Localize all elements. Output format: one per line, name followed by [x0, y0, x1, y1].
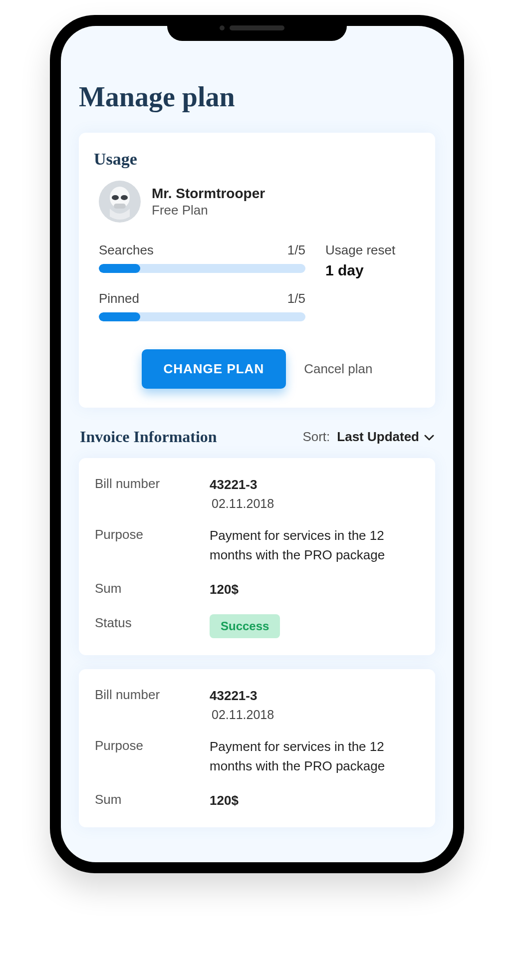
sort-dropdown[interactable]: Last Updated: [337, 429, 434, 445]
cancel-plan-button[interactable]: Cancel plan: [304, 361, 372, 377]
user-row: Mr. Stormtrooper Free Plan: [94, 181, 420, 223]
progress-bar: [99, 264, 305, 273]
speaker-grill: [230, 25, 284, 30]
invoice-bill-number-label: Bill number: [95, 686, 195, 703]
invoice-bill-number-label: Bill number: [95, 475, 195, 491]
progress-fill: [99, 264, 140, 273]
phone-notch: [167, 15, 347, 41]
phone-frame: Manage plan Usage: [50, 15, 464, 873]
invoice-date: 02.11.2018: [210, 496, 274, 511]
invoice-sum: 120$: [210, 791, 239, 810]
progress-fill: [99, 312, 140, 321]
usage-actions: CHANGE PLAN Cancel plan: [94, 349, 420, 389]
invoice-sum-label: Sum: [95, 791, 195, 807]
camera-dot: [220, 25, 225, 30]
sort-selected: Last Updated: [337, 429, 419, 445]
user-info: Mr. Stormtrooper Free Plan: [152, 186, 265, 218]
sort-control: Sort: Last Updated: [302, 429, 434, 445]
invoice-section-title: Invoice Information: [80, 428, 217, 446]
svg-point-3: [121, 195, 128, 200]
metric-label: Pinned: [99, 291, 139, 306]
usage-reset-value: 1 day: [325, 262, 415, 279]
invoice-card: Bill number 43221-3 02.11.2018 Purpose P…: [79, 669, 435, 827]
invoice-purpose: Payment for services in the 12 months wi…: [210, 526, 419, 565]
invoice-status-label: Status: [95, 614, 195, 631]
usage-metric-searches: Searches 1/5: [99, 243, 305, 273]
invoice-date: 02.11.2018: [210, 708, 274, 722]
invoice-purpose-label: Purpose: [95, 737, 195, 753]
usage-card-title: Usage: [94, 150, 420, 169]
progress-bar: [99, 312, 305, 321]
usage-reset: Usage reset 1 day: [325, 243, 415, 279]
invoice-sum-label: Sum: [95, 580, 195, 596]
invoice-sum: 120$: [210, 580, 239, 599]
user-name: Mr. Stormtrooper: [152, 186, 265, 202]
invoice-bill-number: 43221-3: [210, 686, 274, 706]
chevron-down-icon: [424, 429, 434, 445]
phone-screen: Manage plan Usage: [61, 26, 453, 862]
metric-value: 1/5: [287, 243, 305, 258]
status-badge: Success: [210, 614, 280, 638]
user-plan: Free Plan: [152, 203, 265, 218]
page-title: Manage plan: [79, 81, 435, 113]
change-plan-button[interactable]: CHANGE PLAN: [142, 349, 286, 389]
invoice-purpose: Payment for services in the 12 months wi…: [210, 737, 419, 776]
sort-label: Sort:: [302, 429, 330, 445]
invoice-card: Bill number 43221-3 02.11.2018 Purpose P…: [79, 458, 435, 655]
invoice-section-head: Invoice Information Sort: Last Updated: [80, 428, 434, 446]
invoice-bill-number: 43221-3: [210, 475, 274, 494]
usage-grid: Searches 1/5 Pinned 1/5: [94, 243, 420, 339]
usage-card: Usage Mr. Stormtrooper: [79, 133, 435, 408]
svg-point-2: [112, 195, 119, 200]
metric-value: 1/5: [287, 291, 305, 306]
invoice-purpose-label: Purpose: [95, 526, 195, 542]
avatar: [99, 181, 141, 223]
metric-label: Searches: [99, 243, 154, 258]
svg-rect-4: [114, 204, 126, 209]
usage-metrics: Searches 1/5 Pinned 1/5: [99, 243, 305, 339]
usage-reset-label: Usage reset: [325, 243, 415, 258]
stormtrooper-icon: [99, 181, 141, 223]
usage-metric-pinned: Pinned 1/5: [99, 291, 305, 321]
page-content: Manage plan Usage: [61, 26, 453, 862]
